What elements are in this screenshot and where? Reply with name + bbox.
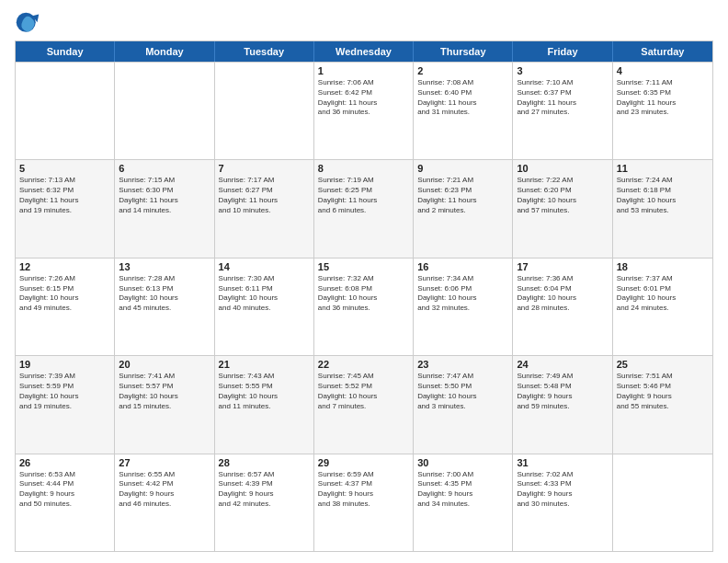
day-cell-31: 31Sunrise: 7:02 AM Sunset: 4:33 PM Dayli…	[513, 454, 612, 551]
day-info: Sunrise: 7:41 AM Sunset: 5:57 PM Dayligh…	[119, 372, 210, 411]
day-cell-7: 7Sunrise: 7:17 AM Sunset: 6:27 PM Daylig…	[215, 160, 314, 257]
day-cell-30: 30Sunrise: 7:00 AM Sunset: 4:35 PM Dayli…	[414, 454, 513, 551]
empty-cell	[613, 454, 712, 551]
day-info: Sunrise: 7:28 AM Sunset: 6:13 PM Dayligh…	[119, 274, 210, 314]
day-number: 21	[219, 359, 310, 370]
day-info: Sunrise: 7:30 AM Sunset: 6:11 PM Dayligh…	[219, 274, 310, 314]
day-number: 2	[417, 65, 508, 76]
day-number: 22	[318, 359, 409, 370]
day-info: Sunrise: 7:45 AM Sunset: 5:52 PM Dayligh…	[318, 372, 409, 411]
day-number: 25	[617, 359, 709, 370]
day-cell-5: 5Sunrise: 7:13 AM Sunset: 6:32 PM Daylig…	[16, 160, 115, 257]
day-number: 17	[517, 261, 608, 272]
day-cell-26: 26Sunrise: 6:53 AM Sunset: 4:44 PM Dayli…	[16, 454, 115, 551]
day-cell-28: 28Sunrise: 6:57 AM Sunset: 4:39 PM Dayli…	[215, 454, 314, 551]
day-info: Sunrise: 7:43 AM Sunset: 5:55 PM Dayligh…	[219, 372, 310, 411]
day-number: 8	[318, 163, 409, 174]
day-cell-27: 27Sunrise: 6:55 AM Sunset: 4:42 PM Dayli…	[115, 454, 214, 551]
day-cell-29: 29Sunrise: 6:59 AM Sunset: 4:37 PM Dayli…	[314, 454, 414, 551]
day-info: Sunrise: 7:26 AM Sunset: 6:15 PM Dayligh…	[19, 274, 110, 314]
page-header	[15, 11, 713, 37]
day-cell-24: 24Sunrise: 7:49 AM Sunset: 5:48 PM Dayli…	[513, 356, 612, 453]
day-info: Sunrise: 7:32 AM Sunset: 6:08 PM Dayligh…	[318, 274, 409, 314]
day-header-sunday: Sunday	[16, 41, 115, 62]
calendar: SundayMondayTuesdayWednesdayThursdayFrid…	[15, 40, 713, 552]
day-number: 20	[119, 359, 210, 370]
day-number: 26	[19, 457, 110, 468]
day-number: 9	[417, 163, 508, 174]
day-info: Sunrise: 7:06 AM Sunset: 6:42 PM Dayligh…	[318, 78, 409, 118]
day-info: Sunrise: 7:21 AM Sunset: 6:23 PM Dayligh…	[417, 176, 508, 215]
empty-cell	[16, 63, 115, 159]
day-cell-6: 6Sunrise: 7:15 AM Sunset: 6:30 PM Daylig…	[115, 160, 214, 257]
day-number: 27	[119, 457, 210, 468]
day-info: Sunrise: 7:17 AM Sunset: 6:27 PM Dayligh…	[219, 176, 310, 215]
day-cell-3: 3Sunrise: 7:10 AM Sunset: 6:37 PM Daylig…	[513, 63, 612, 159]
calendar-body: 1Sunrise: 7:06 AM Sunset: 6:42 PM Daylig…	[16, 62, 712, 551]
day-headers-row: SundayMondayTuesdayWednesdayThursdayFrid…	[16, 41, 712, 62]
day-cell-25: 25Sunrise: 7:51 AM Sunset: 5:46 PM Dayli…	[613, 356, 712, 453]
day-number: 15	[318, 261, 409, 272]
day-cell-11: 11Sunrise: 7:24 AM Sunset: 6:18 PM Dayli…	[613, 160, 712, 257]
day-number: 4	[617, 65, 709, 76]
day-info: Sunrise: 7:02 AM Sunset: 4:33 PM Dayligh…	[517, 470, 608, 510]
day-number: 13	[119, 261, 210, 272]
day-cell-16: 16Sunrise: 7:34 AM Sunset: 6:06 PM Dayli…	[414, 259, 513, 355]
day-cell-17: 17Sunrise: 7:36 AM Sunset: 6:04 PM Dayli…	[513, 259, 612, 355]
day-cell-22: 22Sunrise: 7:45 AM Sunset: 5:52 PM Dayli…	[314, 356, 414, 453]
day-info: Sunrise: 7:39 AM Sunset: 5:59 PM Dayligh…	[19, 372, 110, 411]
day-cell-1: 1Sunrise: 7:06 AM Sunset: 6:42 PM Daylig…	[314, 63, 414, 159]
day-cell-2: 2Sunrise: 7:08 AM Sunset: 6:40 PM Daylig…	[414, 63, 513, 159]
day-header-wednesday: Wednesday	[314, 41, 414, 62]
day-cell-12: 12Sunrise: 7:26 AM Sunset: 6:15 PM Dayli…	[16, 259, 115, 355]
day-number: 31	[517, 457, 608, 468]
day-cell-20: 20Sunrise: 7:41 AM Sunset: 5:57 PM Dayli…	[115, 356, 214, 453]
day-number: 30	[417, 457, 508, 468]
day-info: Sunrise: 6:55 AM Sunset: 4:42 PM Dayligh…	[119, 470, 210, 510]
day-info: Sunrise: 7:08 AM Sunset: 6:40 PM Dayligh…	[417, 78, 508, 118]
day-header-thursday: Thursday	[414, 41, 513, 62]
day-info: Sunrise: 7:47 AM Sunset: 5:50 PM Dayligh…	[417, 372, 508, 411]
day-cell-13: 13Sunrise: 7:28 AM Sunset: 6:13 PM Dayli…	[115, 259, 214, 355]
day-info: Sunrise: 6:57 AM Sunset: 4:39 PM Dayligh…	[219, 470, 310, 510]
day-info: Sunrise: 7:51 AM Sunset: 5:46 PM Dayligh…	[617, 372, 709, 411]
day-cell-14: 14Sunrise: 7:30 AM Sunset: 6:11 PM Dayli…	[215, 259, 314, 355]
week-row-1: 1Sunrise: 7:06 AM Sunset: 6:42 PM Daylig…	[16, 62, 712, 159]
day-number: 7	[219, 163, 310, 174]
day-number: 12	[19, 261, 110, 272]
day-number: 29	[318, 457, 409, 468]
week-row-3: 12Sunrise: 7:26 AM Sunset: 6:15 PM Dayli…	[16, 258, 712, 355]
day-cell-18: 18Sunrise: 7:37 AM Sunset: 6:01 PM Dayli…	[613, 259, 712, 355]
day-number: 14	[219, 261, 310, 272]
day-number: 6	[119, 163, 210, 174]
day-info: Sunrise: 7:22 AM Sunset: 6:20 PM Dayligh…	[517, 176, 608, 215]
day-cell-15: 15Sunrise: 7:32 AM Sunset: 6:08 PM Dayli…	[314, 259, 414, 355]
logo	[15, 11, 44, 37]
week-row-5: 26Sunrise: 6:53 AM Sunset: 4:44 PM Dayli…	[16, 454, 712, 551]
day-info: Sunrise: 7:13 AM Sunset: 6:32 PM Dayligh…	[19, 176, 110, 215]
day-info: Sunrise: 7:11 AM Sunset: 6:35 PM Dayligh…	[617, 78, 709, 118]
empty-cell	[115, 63, 214, 159]
day-info: Sunrise: 7:00 AM Sunset: 4:35 PM Dayligh…	[417, 470, 508, 510]
day-cell-21: 21Sunrise: 7:43 AM Sunset: 5:55 PM Dayli…	[215, 356, 314, 453]
day-cell-19: 19Sunrise: 7:39 AM Sunset: 5:59 PM Dayli…	[16, 356, 115, 453]
day-info: Sunrise: 7:19 AM Sunset: 6:25 PM Dayligh…	[318, 176, 409, 215]
day-cell-23: 23Sunrise: 7:47 AM Sunset: 5:50 PM Dayli…	[414, 356, 513, 453]
day-number: 19	[19, 359, 110, 370]
day-header-friday: Friday	[513, 41, 612, 62]
week-row-4: 19Sunrise: 7:39 AM Sunset: 5:59 PM Dayli…	[16, 355, 712, 453]
day-number: 11	[617, 163, 709, 174]
day-cell-10: 10Sunrise: 7:22 AM Sunset: 6:20 PM Dayli…	[513, 160, 612, 257]
day-cell-8: 8Sunrise: 7:19 AM Sunset: 6:25 PM Daylig…	[314, 160, 414, 257]
day-info: Sunrise: 7:49 AM Sunset: 5:48 PM Dayligh…	[517, 372, 608, 411]
day-info: Sunrise: 7:37 AM Sunset: 6:01 PM Dayligh…	[617, 274, 709, 314]
day-number: 10	[517, 163, 608, 174]
day-info: Sunrise: 7:24 AM Sunset: 6:18 PM Dayligh…	[617, 176, 709, 215]
day-number: 1	[318, 65, 409, 76]
day-header-tuesday: Tuesday	[215, 41, 314, 62]
day-info: Sunrise: 6:53 AM Sunset: 4:44 PM Dayligh…	[19, 470, 110, 510]
logo-icon	[15, 11, 40, 37]
day-info: Sunrise: 7:15 AM Sunset: 6:30 PM Dayligh…	[119, 176, 210, 215]
day-number: 23	[417, 359, 508, 370]
day-number: 28	[219, 457, 310, 468]
